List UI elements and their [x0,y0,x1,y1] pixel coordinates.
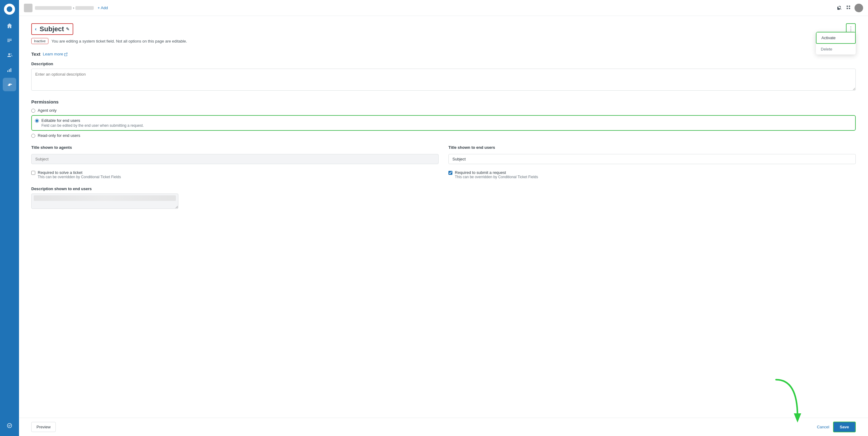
permissions-title: Permissions [31,99,856,104]
desc-blurred-overlay [34,195,176,201]
sidebar [0,0,19,436]
logo-icon [6,6,13,12]
title-agents-input[interactable] [31,154,439,164]
title-agents-group: Title shown to agents [31,145,439,164]
title-agents-label: Title shown to agents [31,145,439,150]
dropdown-menu: Activate Delete [816,32,856,55]
apps-button[interactable] [846,5,851,11]
field-type-label: Text [31,52,40,57]
save-button[interactable]: Save [833,422,856,432]
breadcrumb-separator: › [73,5,74,10]
required-solve-label: Required to solve a ticket [38,170,121,175]
back-button[interactable]: ‹ [35,26,36,32]
permission-agent-only-radio[interactable] [31,109,35,113]
topbar-right [837,4,863,12]
title-end-users-input[interactable] [448,154,856,164]
page-title-row: ‹ Subject ✎ [31,23,187,35]
page-title-text: Subject [39,25,64,33]
title-end-users-label: Title shown to end users [448,145,856,150]
status-row: Inactive You are editing a system ticket… [31,38,187,44]
sidebar-item-home[interactable] [3,19,16,32]
learn-more-link[interactable]: Learn more [43,52,68,56]
permissions-radio-group: Agent only Editable for end users Field … [31,108,856,138]
svg-rect-7 [846,5,848,7]
sidebar-item-users[interactable] [3,48,16,62]
apps-icon [846,5,851,10]
required-submit-content: Required to submit a request This can be… [455,170,538,179]
permission-agent-only-label: Agent only [38,108,56,113]
svg-rect-10 [849,8,850,9]
edit-title-icon[interactable]: ✎ [66,27,69,32]
search-button[interactable] [837,5,842,11]
cancel-button[interactable]: Cancel [817,425,829,429]
desc-end-users-section: Description shown to end users [31,187,178,210]
page-title-box: ‹ Subject ✎ [31,23,73,35]
svg-rect-0 [7,39,12,39]
required-solve-checkbox[interactable] [31,171,35,175]
required-submit-group: Required to submit a request This can be… [448,170,856,180]
users-icon [6,52,12,58]
sidebar-logo [4,4,15,15]
svg-rect-5 [10,68,11,72]
permission-agent-only-content: Agent only [38,108,56,113]
title-end-users-group: Title shown to end users [448,145,856,164]
field-type-row: Text Learn more [31,52,856,57]
svg-rect-4 [9,69,10,72]
preview-button[interactable]: Preview [31,422,56,432]
tickets-icon [6,37,12,43]
sidebar-item-zendesk[interactable] [3,419,16,432]
external-link-icon [64,53,68,56]
permission-readonly-label: Read-only for end users [38,133,80,138]
svg-rect-8 [849,5,850,7]
content-area: ‹ Subject ✎ Inactive You are editing a s… [19,16,868,436]
required-submit-checkbox[interactable] [448,171,453,175]
breadcrumb: › [35,5,94,10]
desc-end-users-wrapper [31,194,178,210]
required-solve-group: Required to solve a ticket This can be o… [31,170,439,180]
topbar: › + Add [19,0,868,16]
zendesk-icon [6,423,12,429]
status-info: You are editing a system ticket field. N… [52,39,187,43]
permission-editable-end-users[interactable]: Editable for end users Field can be edit… [31,115,856,131]
footer-right: Cancel Save [817,422,856,432]
reports-icon [6,67,12,73]
sidebar-item-reports[interactable] [3,63,16,76]
svg-rect-9 [846,8,848,9]
svg-rect-3 [7,70,8,72]
delete-menu-item[interactable]: Delete [816,44,856,55]
description-label: Description [31,62,856,66]
permission-editable-radio[interactable] [35,119,39,123]
page-header: ‹ Subject ✎ Inactive You are editing a s… [31,23,856,50]
search-icon [837,5,842,10]
topbar-avatar [24,4,32,12]
permission-agent-only[interactable]: Agent only [31,108,856,113]
required-submit-row[interactable]: Required to submit a request This can be… [448,170,856,179]
svg-rect-1 [7,40,12,41]
settings-icon [6,81,12,88]
sidebar-item-settings[interactable] [3,78,16,91]
permission-editable-desc: Field can be edited by the end user when… [41,123,144,128]
permission-readonly-end-users[interactable]: Read-only for end users [31,133,856,138]
permission-readonly-content: Read-only for end users [38,133,80,138]
permission-editable-content: Editable for end users Field can be edit… [41,118,144,128]
required-submit-desc: This can be overridden by Conditional Ti… [455,175,538,179]
title-area: ‹ Subject ✎ Inactive You are editing a s… [31,23,187,50]
status-badge: Inactive [31,38,49,44]
required-submit-label: Required to submit a request [455,170,538,175]
sidebar-bottom [3,419,16,432]
main-content: › + Add ‹ Subject ✎ [19,0,868,436]
desc-end-users-label: Description shown to end users [31,187,178,191]
activate-menu-item[interactable]: Activate [816,32,856,44]
required-solve-row[interactable]: Required to solve a ticket This can be o… [31,170,439,179]
required-solve-desc: This can be overridden by Conditional Ti… [38,175,121,179]
home-icon [6,23,12,29]
permission-editable-label: Editable for end users [41,118,144,123]
sidebar-item-tickets[interactable] [3,34,16,47]
add-button[interactable]: + Add [97,5,108,10]
description-input[interactable] [31,69,856,91]
permission-readonly-radio[interactable] [31,134,35,138]
user-avatar[interactable] [855,4,863,12]
required-solve-content: Required to solve a ticket This can be o… [38,170,121,179]
required-section: Required to solve a ticket This can be o… [31,170,856,180]
svg-rect-2 [7,41,10,42]
